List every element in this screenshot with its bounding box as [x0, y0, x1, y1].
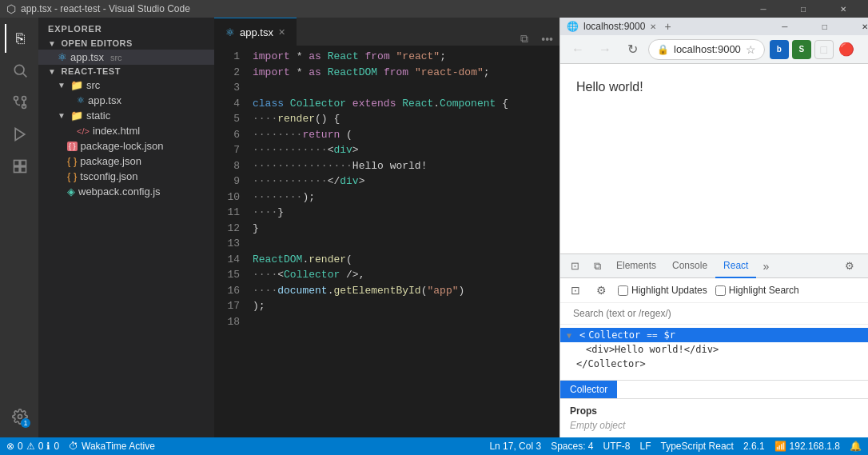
back-button[interactable]: ← — [567, 38, 589, 61]
search-activity-icon[interactable] — [5, 56, 34, 85]
sidebar-item-package-lock[interactable]: { } package-lock.json — [38, 138, 214, 154]
line-numbers: 12345 678910 1112131415 161718 — [214, 46, 246, 437]
split-editor-icon[interactable]: ⧉ — [514, 32, 535, 46]
tree-child-div: <div>Hello world!</div> — [560, 342, 868, 357]
new-tab-icon[interactable]: + — [664, 20, 671, 33]
close-button[interactable]: ✕ — [825, 0, 862, 18]
code-line-13 — [253, 236, 559, 252]
code-editor[interactable]: 12345 678910 1112131415 161718 import * … — [214, 46, 559, 437]
ext-s-icon[interactable]: S — [792, 40, 811, 59]
maximize-button[interactable]: □ — [785, 0, 822, 18]
address-bar[interactable]: 🔒 localhost:9000 ☆ — [648, 39, 765, 60]
explorer-title: EXPLORER — [38, 18, 214, 37]
sidebar-item-tsconfig[interactable]: { } tsconfig.json — [38, 169, 214, 184]
wakatime-status[interactable]: ⏱ WakaTime Active — [69, 441, 155, 452]
line-endings[interactable]: LF — [640, 441, 651, 452]
star-icon[interactable]: ☆ — [746, 43, 756, 56]
react-search-input[interactable] — [567, 305, 868, 322]
source-control-activity-icon[interactable] — [5, 88, 34, 117]
minimize-button[interactable]: ─ — [745, 0, 782, 18]
chevron-down-icon: ▼ — [48, 39, 56, 48]
tab-close-icon[interactable]: ✕ — [278, 27, 285, 38]
editor-tab-app-tsx[interactable]: ⚛ app.tsx ✕ — [214, 18, 297, 46]
more-actions-icon[interactable]: ••• — [535, 33, 559, 46]
devtools-tab-console[interactable]: Console — [664, 254, 715, 278]
indentation[interactable]: Spaces: 4 — [551, 441, 593, 452]
highlight-search-checkbox[interactable] — [715, 285, 726, 296]
tree-root-item[interactable]: ▼ <Collector == $r — [560, 328, 868, 342]
refresh-button[interactable]: ↻ — [621, 38, 643, 61]
ts-version[interactable]: 2.6.1 — [743, 441, 765, 452]
settings-activity-icon[interactable]: 1 — [5, 402, 34, 431]
open-editors-header[interactable]: ▼ OPEN EDITORS — [38, 37, 214, 50]
highlight-search-checkbox-label[interactable]: Highlight Search — [715, 285, 799, 296]
chevron-down-icon-2: ▼ — [48, 67, 56, 76]
tree-close-collector: </Collector> — [560, 357, 868, 371]
code-line-10: ········); — [253, 190, 559, 206]
sidebar-item-package-json[interactable]: { } package.json — [38, 154, 214, 169]
inspect-element-icon[interactable]: ⊡ — [567, 281, 584, 299]
app-icon: ⬡ — [6, 2, 16, 15]
ext-b-icon[interactable]: b — [770, 40, 789, 59]
code-line-9: ············</div> — [253, 174, 559, 190]
open-editor-app-tsx[interactable]: ⚛ app.tsx src — [38, 50, 214, 65]
cursor-position[interactable]: Ln 17, Col 3 — [489, 441, 541, 452]
file-tsx-icon-2: ⚛ — [77, 95, 85, 106]
browser-close-button[interactable]: ✕ — [846, 18, 868, 35]
sidebar-item-src[interactable]: ▼ 📁 src — [38, 78, 214, 93]
file-encoding[interactable]: UTF-8 — [603, 441, 631, 452]
svg-point-0 — [14, 65, 24, 74]
devtools-close-icon[interactable]: ✕ — [864, 255, 868, 277]
react-devtools-toolbar: ⊡ ⚙ Highlight Updates Highlight Search — [560, 278, 868, 303]
settings-icon[interactable]: ⚙ — [592, 281, 610, 299]
code-line-14: ReactDOM.render( — [253, 252, 559, 268]
tree-chevron-icon: ▼ — [567, 331, 576, 340]
tab-filename: app.tsx — [240, 26, 273, 38]
extensions-activity-icon[interactable] — [5, 152, 34, 181]
react-test-header[interactable]: ▼ REACT-TEST — [38, 65, 214, 78]
browser-maximize-button[interactable]: □ — [806, 18, 843, 35]
devtools-tab-react[interactable]: React — [715, 254, 756, 278]
ext-box-icon[interactable]: □ — [814, 40, 834, 59]
error-icon: ⊗ — [6, 441, 14, 452]
code-content[interactable]: import * as React from "react"; import *… — [246, 46, 559, 437]
devtools: ⊡ ⧉ Elements Console React » ⚙ ✕ ⊡ ⚙ Hig… — [560, 253, 868, 437]
svg-line-1 — [23, 74, 27, 78]
devtools-settings-icon[interactable]: ⚙ — [838, 255, 861, 277]
browser-minimize-button[interactable]: ─ — [766, 18, 803, 35]
devtools-tab-more[interactable]: » — [756, 260, 775, 273]
svg-point-10 — [18, 415, 22, 419]
svg-rect-9 — [21, 167, 26, 173]
folder-icon-static: 📁 — [70, 110, 83, 122]
sidebar-item-static[interactable]: ▼ 📁 static — [38, 108, 214, 123]
sidebar-item-index-html[interactable]: </> index.html — [38, 123, 214, 138]
devtools-inspect-icon[interactable]: ⊡ — [563, 255, 586, 277]
code-line-2: import * as ReactDOM from "react-dom"; — [253, 65, 559, 81]
file-json-icon: { } — [67, 155, 77, 167]
tree-eq-sign: == — [647, 330, 657, 341]
code-line-7: ············<div> — [253, 142, 559, 158]
debug-activity-icon[interactable] — [5, 120, 34, 149]
collector-tab[interactable]: Collector — [560, 381, 617, 398]
highlight-updates-checkbox[interactable] — [618, 285, 628, 296]
tree-var-name: $r — [664, 329, 675, 341]
code-line-3 — [253, 80, 559, 96]
sidebar-item-webpack[interactable]: ◈ webpack.config.js — [38, 184, 214, 199]
browser-tab-close-icon[interactable]: ✕ — [650, 22, 656, 31]
devtools-responsive-icon[interactable]: ⧉ — [586, 255, 608, 277]
ext-red-icon[interactable]: 🔴 — [837, 40, 856, 59]
highlight-updates-checkbox-label[interactable]: Highlight Updates — [618, 285, 707, 296]
svg-rect-7 — [21, 161, 26, 166]
browser-nav-bar: ← → ↻ 🔒 localhost:9000 ☆ b S □ 🔴 ⋮ — [560, 35, 868, 64]
error-count[interactable]: ⊗ 0 ⚠ 0 ℹ 0 — [6, 441, 59, 452]
devtools-tab-elements[interactable]: Elements — [608, 254, 664, 278]
browser-extensions: b S □ 🔴 — [770, 40, 856, 59]
sidebar-item-app-tsx[interactable]: ⚛ app.tsx — [38, 93, 214, 108]
explorer-activity-icon[interactable]: ⎘ — [5, 24, 34, 53]
language-mode[interactable]: TypeScript React — [661, 441, 734, 452]
forward-button[interactable]: → — [594, 38, 616, 61]
bottom-panel: Collector Props Empty object — [560, 380, 868, 437]
notification-icon[interactable]: 🔔 — [850, 441, 862, 452]
browser-more-button[interactable]: ⋮ — [861, 38, 868, 61]
svg-rect-8 — [14, 167, 20, 173]
